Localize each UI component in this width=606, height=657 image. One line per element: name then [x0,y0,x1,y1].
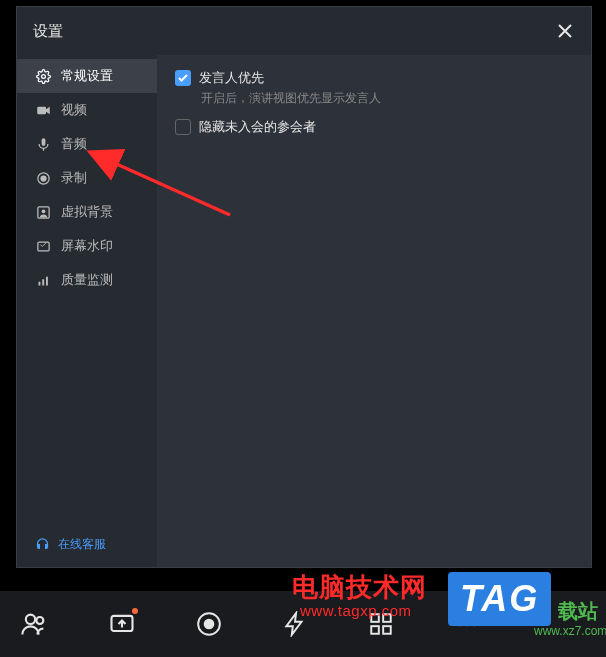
svg-rect-2 [41,138,45,146]
option-description: 开启后，演讲视图优先显示发言人 [201,91,573,106]
background-icon [35,204,51,220]
option-label: 隐藏未入会的参会者 [199,118,316,136]
option-speaker-priority[interactable]: 发言人优先 [175,69,573,87]
lightning-button[interactable] [282,611,308,637]
sidebar-item-label: 屏幕水印 [61,237,113,255]
sidebar-item-label: 录制 [61,169,87,187]
share-screen-icon [108,610,136,638]
svg-point-24 [472,622,476,626]
stats-icon [35,272,51,288]
sidebar-item-label: 音频 [61,135,87,153]
svg-rect-8 [37,242,48,251]
settings-dialog: 设置 常规设置 视频 音频 [16,6,592,568]
svg-point-14 [36,617,43,624]
share-button[interactable] [108,610,136,638]
sidebar-item-label: 虚拟背景 [61,203,113,221]
sidebar-item-watermark[interactable]: 屏幕水印 [17,229,157,263]
settings-sidebar: 常规设置 视频 音频 录制 [17,55,157,567]
dialog-body: 常规设置 视频 音频 录制 [17,55,591,567]
participants-icon [20,610,48,638]
sidebar-item-label: 视频 [61,101,87,119]
dialog-title: 设置 [33,22,63,41]
sidebar-item-record[interactable]: 录制 [17,161,157,195]
svg-point-0 [41,74,45,78]
sidebar-item-quality[interactable]: 质量监测 [17,263,157,297]
svg-rect-19 [383,614,391,622]
bottom-toolbar [0,591,606,657]
grid-icon [368,611,394,637]
record-icon [196,611,222,637]
online-support-link[interactable]: 在线客服 [35,536,139,553]
svg-point-22 [457,622,461,626]
svg-point-23 [465,622,469,626]
check-icon [177,72,189,84]
online-support-label: 在线客服 [58,536,106,553]
close-button[interactable] [555,21,575,41]
svg-rect-18 [371,614,379,622]
participants-button[interactable] [20,610,48,638]
video-icon [35,102,51,118]
svg-rect-9 [38,281,40,285]
sidebar-item-video[interactable]: 视频 [17,93,157,127]
watermark-icon [35,238,51,254]
microphone-icon [35,136,51,152]
gear-icon [35,68,51,84]
grid-button[interactable] [368,611,394,637]
option-label: 发言人优先 [199,69,264,87]
svg-rect-1 [37,106,46,114]
lightning-icon [282,611,308,637]
svg-rect-11 [46,276,48,285]
svg-rect-21 [383,626,391,634]
sidebar-item-general[interactable]: 常规设置 [17,59,157,93]
svg-rect-10 [42,279,44,285]
sidebar-item-label: 常规设置 [61,67,113,85]
checkbox-unchecked[interactable] [175,119,191,135]
svg-point-5 [41,176,46,181]
checkbox-checked[interactable] [175,70,191,86]
more-button[interactable] [454,611,480,637]
dialog-header: 设置 [17,7,591,55]
record-button[interactable] [196,611,222,637]
svg-point-7 [41,209,45,213]
settings-content: 发言人优先 开启后，演讲视图优先显示发言人 隐藏未入会的参会者 [157,55,591,567]
sidebar-item-audio[interactable]: 音频 [17,127,157,161]
sidebar-bottom: 在线客服 [17,524,157,567]
svg-rect-20 [371,626,379,634]
more-icon [454,611,480,637]
sidebar-item-virtual-bg[interactable]: 虚拟背景 [17,195,157,229]
headset-icon [35,537,50,552]
svg-point-17 [205,620,214,629]
svg-point-13 [26,615,35,624]
record-icon [35,170,51,186]
notification-dot [132,608,138,614]
close-icon [557,23,573,39]
option-hide-absent[interactable]: 隐藏未入会的参会者 [175,118,573,136]
sidebar-item-label: 质量监测 [61,271,113,289]
